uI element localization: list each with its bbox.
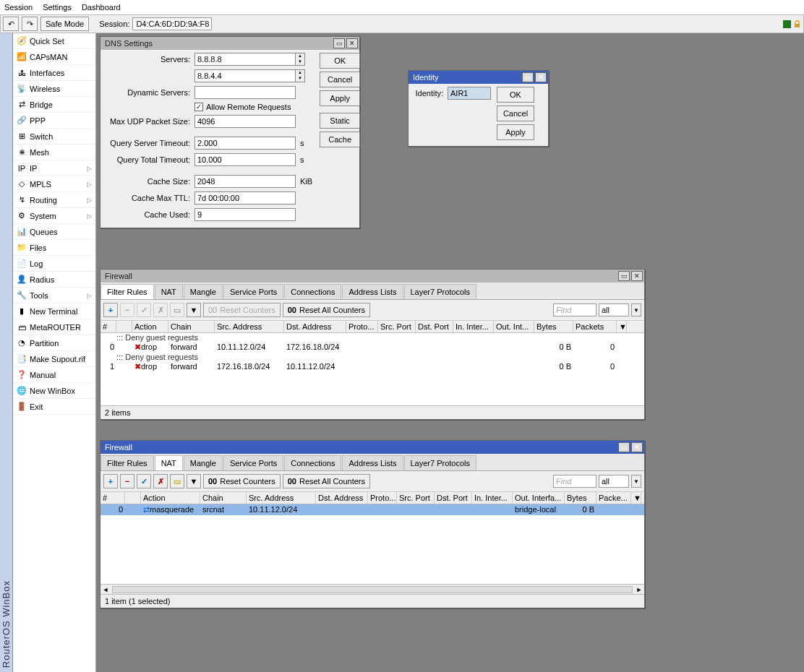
dns-static-button[interactable]: Static (320, 113, 360, 129)
dns-cache-button[interactable]: Cache (320, 132, 360, 147)
column-header[interactable]: In. Inter... (472, 492, 513, 504)
dropdown-icon[interactable]: ▼ (631, 475, 641, 488)
reset-counters-button[interactable]: 00Reset Counters (203, 303, 281, 317)
column-header[interactable]: Proto... (368, 492, 397, 504)
column-header[interactable]: Packets (573, 321, 617, 332)
close-icon[interactable]: ✕ (346, 38, 358, 48)
redo-button[interactable]: ↷ (22, 17, 38, 31)
safemode-button[interactable]: Safe Mode (40, 17, 89, 31)
add-button[interactable]: + (103, 303, 118, 317)
dns-apply-button[interactable]: Apply (320, 90, 360, 106)
sidebar-item-queues[interactable]: 📊Queues (13, 224, 95, 240)
filter-select[interactable]: all (599, 303, 629, 316)
remove-button[interactable]: − (120, 474, 134, 488)
column-header[interactable]: # (100, 321, 116, 332)
column-header[interactable]: Src. Port (397, 492, 435, 504)
sidebar-item-tools[interactable]: 🔧Tools▷ (13, 288, 95, 303)
sidebar-item-new-terminal[interactable]: ▮New Terminal (13, 303, 95, 319)
tab-layer7-protocols[interactable]: Layer7 Protocols (404, 284, 477, 299)
find-input[interactable]: Find (553, 475, 596, 488)
sidebar-item-interfaces[interactable]: 🖧Interfaces (13, 65, 95, 81)
table-row[interactable]: 1✖dropforward172.16.18.0/2410.11.12.0/24… (100, 361, 644, 372)
menu-dashboard[interactable]: Dashboard (82, 3, 121, 12)
identity-title[interactable]: Identity ▭ ✕ (409, 71, 548, 84)
sidebar-item-make-supout-rif[interactable]: 📑Make Supout.rif (13, 351, 95, 367)
sidebar-item-ip[interactable]: IPIP▷ (13, 160, 95, 176)
column-header[interactable]: Chain (200, 492, 247, 504)
sidebar-item-mesh[interactable]: ⋇Mesh (13, 145, 95, 160)
dns-ok-button[interactable]: OK (320, 53, 360, 69)
dropdown-icon[interactable]: ▼ (631, 303, 641, 316)
minimize-icon[interactable]: ▭ (522, 72, 534, 82)
dns-title[interactable]: DNS Settings ▭ ✕ (100, 37, 359, 50)
tab-layer7-protocols[interactable]: Layer7 Protocols (404, 455, 477, 470)
cache-ttl-input[interactable]: 7d 00:00:00 (194, 191, 296, 204)
tab-connections[interactable]: Connections (284, 455, 341, 470)
sidebar-item-new-winbox[interactable]: 🌐New WinBox (13, 383, 95, 399)
dns-server1-input[interactable]: 8.8.8.8 (194, 53, 296, 66)
column-header[interactable]: Action (141, 492, 200, 504)
sidebar-item-capsman[interactable]: 📶CAPsMAN (13, 49, 95, 65)
column-header[interactable]: Chain (168, 321, 215, 332)
disable-button[interactable]: ✗ (153, 303, 168, 317)
sidebar-item-system[interactable]: ⚙System▷ (13, 208, 95, 224)
filter-button[interactable]: ▼ (187, 474, 201, 488)
close-icon[interactable]: ✕ (535, 72, 547, 82)
find-input[interactable]: Find (553, 303, 596, 316)
column-header[interactable]: Dst. Address (284, 321, 346, 332)
disable-button[interactable]: ✗ (153, 474, 168, 488)
table-row[interactable]: 0✖dropforward10.11.12.0/24172.16.18.0/24… (100, 342, 644, 353)
filter-button[interactable]: ▼ (187, 303, 201, 317)
undo-button[interactable]: ↶ (3, 17, 19, 31)
sidebar-item-radius[interactable]: 👤Radius (13, 272, 95, 288)
column-header[interactable]: Dst. Address (316, 492, 368, 504)
column-header[interactable]: In. Inter... (453, 321, 494, 332)
sidebar-item-log[interactable]: 📄Log (13, 256, 95, 272)
remove-button[interactable]: − (120, 303, 134, 317)
column-menu-icon[interactable]: ▼ (631, 492, 641, 504)
tab-address-lists[interactable]: Address Lists (342, 455, 403, 470)
firewall1-title[interactable]: Firewall ▭✕ (100, 270, 644, 283)
comment-button[interactable]: ▭ (170, 303, 184, 317)
reset-all-counters-button[interactable]: 00Reset All Counters (283, 303, 370, 317)
column-header[interactable] (116, 321, 132, 332)
enable-button[interactable]: ✓ (137, 474, 151, 488)
tab-mangle[interactable]: Mangle (184, 455, 223, 470)
reset-all-counters-button[interactable]: 00Reset All Counters (283, 474, 370, 488)
tab-service-ports[interactable]: Service Ports (223, 284, 283, 299)
reset-counters-button[interactable]: 00Reset Counters (203, 474, 281, 488)
scroll-left-icon[interactable]: ◄ (100, 586, 111, 593)
tab-mangle[interactable]: Mangle (184, 284, 223, 299)
tab-filter-rules[interactable]: Filter Rules (100, 455, 154, 470)
tab-nat[interactable]: NAT (155, 455, 183, 470)
sidebar-item-ppp[interactable]: 🔗PPP (13, 113, 95, 129)
column-header[interactable]: Out. Int... (494, 321, 534, 332)
sidebar-item-exit[interactable]: 🚪Exit (13, 399, 95, 415)
column-header[interactable]: Action (132, 321, 168, 332)
sidebar-item-switch[interactable]: ⊞Switch (13, 129, 95, 145)
column-header[interactable]: Packe... (596, 492, 631, 504)
sidebar-item-quick-set[interactable]: 🧭Quick Set (13, 33, 95, 49)
column-header[interactable]: Dst. Port (435, 492, 472, 504)
column-header[interactable]: Bytes (534, 321, 573, 332)
filter-select[interactable]: all (599, 475, 629, 488)
column-header[interactable]: Src. Address (247, 492, 316, 504)
close-icon[interactable]: ✕ (631, 271, 643, 281)
session-field[interactable]: D4:CA:6D:DD:9A:F8 (132, 17, 212, 30)
identity-input[interactable]: AIR1 (448, 87, 491, 100)
column-header[interactable]: Bytes (565, 492, 596, 504)
sidebar-item-wireless[interactable]: 📡Wireless (13, 81, 95, 97)
max-udp-input[interactable]: 4096 (194, 115, 296, 128)
table-row[interactable]: 0⇄masqueradesrcnat10.11.12.0/24bridge-lo… (100, 504, 644, 515)
column-header[interactable]: Src. Port (378, 321, 416, 332)
dns-server2-input[interactable]: 8.8.4.4 (194, 69, 296, 82)
sidebar-item-partition[interactable]: ◔Partition (13, 335, 95, 351)
sidebar-item-mpls[interactable]: ◇MPLS▷ (13, 176, 95, 192)
qtt-input[interactable]: 10.000 (194, 153, 296, 166)
spinner-button[interactable]: ▲▼ (296, 69, 305, 82)
column-header[interactable]: # (100, 492, 125, 504)
minimize-icon[interactable]: ▭ (333, 38, 345, 48)
add-button[interactable]: + (103, 474, 118, 488)
sidebar-item-routing[interactable]: ↯Routing▷ (13, 192, 95, 208)
close-icon[interactable]: ✕ (631, 442, 643, 452)
